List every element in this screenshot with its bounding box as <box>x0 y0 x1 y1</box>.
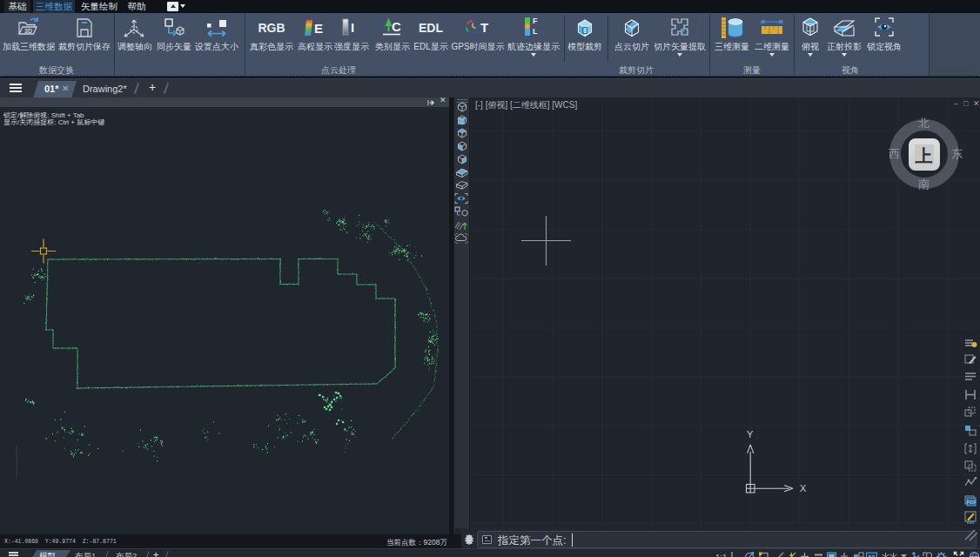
svg-text:T: T <box>480 20 488 35</box>
svg-text:60: 60 <box>868 554 875 557</box>
svg-text:F: F <box>533 17 538 25</box>
svg-text:E: E <box>314 21 323 36</box>
svg-text:Y: Y <box>747 429 754 440</box>
svg-text:L: L <box>533 27 538 36</box>
svg-text:PDF: PDF <box>967 500 977 505</box>
svg-text:EDL: EDL <box>419 21 443 35</box>
svg-text:edit: edit <box>967 519 975 524</box>
svg-text:3D: 3D <box>24 28 32 34</box>
svg-text:X: X <box>800 483 807 493</box>
svg-text:C: C <box>392 19 401 34</box>
svg-text:RGB: RGB <box>258 21 285 35</box>
svg-text:I: I <box>351 20 354 35</box>
